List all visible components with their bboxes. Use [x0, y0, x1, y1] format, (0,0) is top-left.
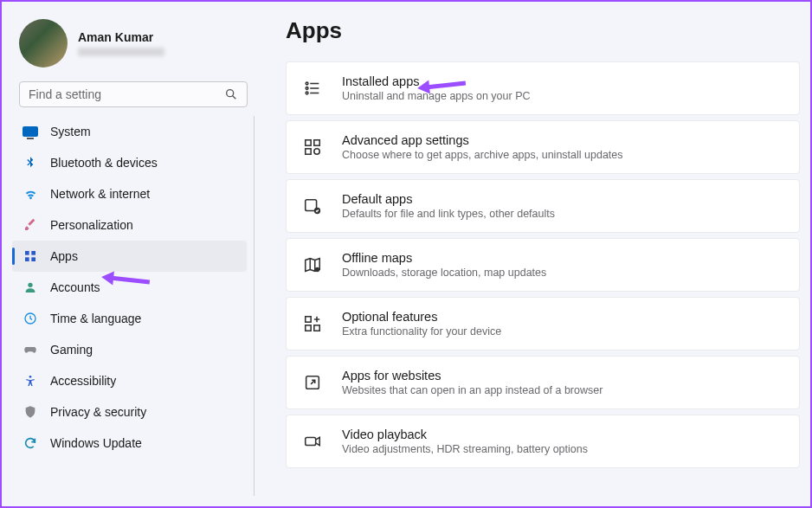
search-input-wrapper[interactable]: [19, 81, 248, 107]
page-title: Apps: [286, 17, 805, 44]
settings-cards: Installed apps Uninstall and manage apps…: [286, 61, 805, 470]
card-title: Optional features: [342, 310, 783, 324]
nav-label: Accounts: [50, 280, 100, 294]
svg-point-21: [315, 267, 320, 273]
app-check-icon: [302, 196, 323, 216]
nav-list: System Bluetooth & devices Network & int…: [12, 116, 255, 496]
gamepad-icon: [23, 342, 38, 357]
card-sub: Video adjustments, HDR streaming, batter…: [342, 443, 783, 455]
update-icon: [23, 435, 38, 451]
nav-item-bluetooth[interactable]: Bluetooth & devices: [12, 147, 247, 178]
nav-label: Network & internet: [50, 187, 150, 201]
svg-rect-15: [306, 140, 311, 145]
svg-point-9: [306, 82, 308, 85]
nav-label: System: [50, 125, 91, 138]
profile-name: Aman Kumar: [78, 30, 164, 44]
nav-label: Bluetooth & devices: [50, 156, 158, 170]
card-offline-maps[interactable]: Offline maps Downloads, storage location…: [286, 238, 800, 292]
card-title: Video playback: [342, 428, 783, 441]
open-link-icon: [302, 372, 323, 393]
card-title: Installed apps: [342, 74, 783, 88]
card-title: Advanced app settings: [342, 133, 783, 147]
card-sub: Downloads, storage location, map updates: [342, 267, 783, 279]
person-icon: [23, 280, 38, 295]
nav-item-time[interactable]: Time & language: [12, 303, 247, 334]
nav-label: Privacy & security: [50, 405, 146, 419]
nav-label: Accessibility: [50, 374, 116, 388]
nav-item-network[interactable]: Network & internet: [12, 178, 247, 209]
card-apps-for-websites[interactable]: Apps for websites Websites that can open…: [286, 356, 800, 409]
svg-line-1: [233, 96, 236, 100]
svg-point-8: [29, 376, 32, 378]
search-input[interactable]: [29, 87, 224, 101]
map-icon: [302, 254, 323, 275]
profile-block[interactable]: Aman Kumar: [12, 12, 255, 78]
card-title: Apps for websites: [342, 369, 783, 383]
card-sub: Extra functionality for your device: [342, 325, 783, 338]
nav-item-accessibility[interactable]: Accessibility: [12, 365, 247, 396]
card-sub: Websites that can open in an app instead…: [342, 384, 783, 396]
svg-rect-24: [314, 325, 319, 331]
svg-rect-2: [25, 251, 29, 255]
list-icon: [302, 78, 323, 99]
nav-item-system[interactable]: System: [12, 116, 247, 147]
profile-subline: [78, 48, 164, 56]
card-default-apps[interactable]: Default apps Defaults for file and link …: [286, 179, 800, 233]
svg-point-18: [314, 149, 319, 154]
nav-label: Time & language: [50, 312, 141, 325]
wifi-icon: [23, 186, 38, 202]
apps-grid-icon: [23, 248, 38, 264]
svg-rect-16: [314, 140, 319, 145]
card-sub: Defaults for file and link types, other …: [342, 208, 783, 220]
nav-label: Windows Update: [50, 436, 142, 450]
monitor-icon: [23, 124, 38, 139]
svg-point-0: [227, 90, 234, 97]
card-video-playback[interactable]: Video playback Video adjustments, HDR st…: [286, 415, 800, 468]
svg-rect-23: [306, 325, 311, 331]
card-installed-apps[interactable]: Installed apps Uninstall and manage apps…: [286, 61, 800, 115]
nav-item-privacy[interactable]: Privacy & security: [12, 396, 247, 428]
paintbrush-icon: [23, 217, 38, 233]
card-optional-features[interactable]: Optional features Extra functionality fo…: [286, 297, 800, 350]
svg-point-13: [306, 92, 308, 94]
search-icon: [224, 87, 238, 101]
svg-rect-4: [25, 257, 29, 261]
card-advanced-app-settings[interactable]: Advanced app settings Choose where to ge…: [286, 120, 800, 174]
card-title: Offline maps: [342, 251, 783, 265]
svg-rect-3: [31, 251, 35, 255]
video-icon: [302, 431, 323, 452]
svg-rect-5: [31, 257, 35, 261]
nav-item-apps[interactable]: Apps: [12, 241, 247, 272]
nav-item-gaming[interactable]: Gaming: [12, 334, 247, 365]
nav-label: Apps: [50, 249, 78, 263]
svg-rect-22: [306, 317, 311, 322]
apps-gear-icon: [302, 137, 323, 158]
svg-point-6: [28, 283, 32, 287]
avatar: [19, 19, 68, 68]
accessibility-icon: [23, 373, 38, 389]
add-feature-icon: [302, 313, 323, 334]
svg-rect-26: [306, 437, 316, 445]
bluetooth-icon: [23, 155, 38, 170]
sidebar: Aman Kumar System Bluetooth & devices Ne…: [2, 2, 261, 506]
nav-item-update[interactable]: Windows Update: [12, 428, 247, 459]
card-sub: Choose where to get apps, archive apps, …: [342, 149, 783, 161]
clock-globe-icon: [23, 311, 38, 326]
svg-point-11: [306, 87, 308, 90]
nav-label: Gaming: [50, 343, 93, 357]
nav-item-personalization[interactable]: Personalization: [12, 209, 247, 241]
nav-label: Personalization: [50, 218, 133, 232]
nav-item-accounts[interactable]: Accounts: [12, 272, 247, 303]
card-sub: Uninstall and manage apps on your PC: [342, 90, 783, 102]
card-title: Default apps: [342, 192, 783, 206]
svg-rect-17: [306, 149, 311, 154]
shield-icon: [23, 404, 38, 420]
main-panel: Apps Installed apps Uninstall and manage…: [261, 2, 810, 506]
